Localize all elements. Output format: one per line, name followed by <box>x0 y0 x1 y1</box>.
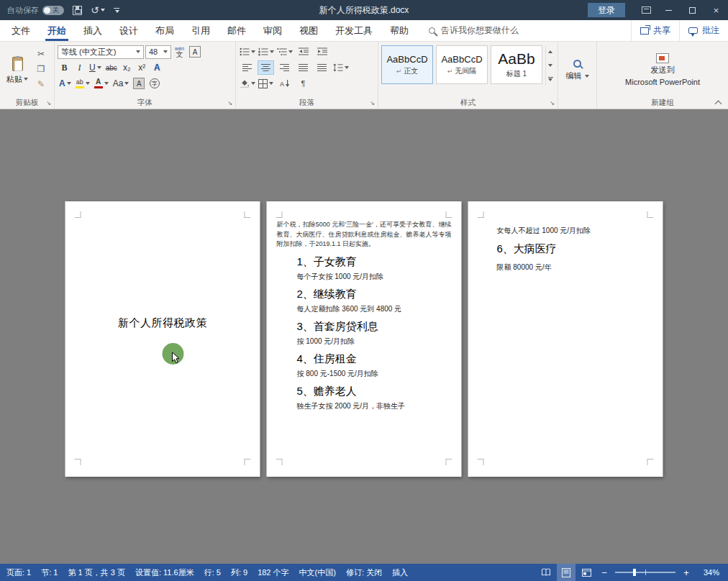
highlight-color-button[interactable]: ab <box>74 76 91 91</box>
styles-gallery-more-button[interactable] <box>546 72 555 86</box>
bold-button[interactable]: B <box>58 60 71 75</box>
clear-formatting-button[interactable]: A <box>150 60 164 75</box>
status-vertical-position[interactable]: 设置值: 11.6厘米 <box>130 567 199 578</box>
style-normal[interactable]: AaBbCcD ↵正文 <box>381 45 433 84</box>
page-1[interactable]: 新个人所得税政策 <box>65 201 260 477</box>
copy-button[interactable]: ❐ <box>33 62 49 76</box>
increase-indent-button[interactable] <box>314 45 330 59</box>
shading-button[interactable] <box>239 76 255 91</box>
crop-mark <box>276 211 283 218</box>
customize-qat-button[interactable] <box>114 8 119 13</box>
decrease-indent-button[interactable] <box>295 45 311 59</box>
subscript-button[interactable]: x₂ <box>120 60 134 75</box>
font-size-combo[interactable]: 48 <box>145 45 171 59</box>
save-icon[interactable] <box>73 6 82 15</box>
font-dialog-launcher[interactable]: ↘ <box>226 99 234 107</box>
status-section[interactable]: 节: 1 <box>36 567 63 578</box>
styles-scroll-up-button[interactable] <box>546 45 555 59</box>
underline-button[interactable]: U <box>88 60 103 75</box>
distribute-button[interactable] <box>314 60 330 75</box>
status-page-of-pages[interactable]: 第 1 页，共 3 页 <box>63 567 129 578</box>
line-spacing-button[interactable] <box>332 60 349 75</box>
editing-button[interactable]: 编辑 <box>558 42 596 96</box>
font-color-button[interactable]: A <box>93 76 110 91</box>
show-formatting-marks-button[interactable]: ¶ <box>295 76 311 91</box>
tab-mailings[interactable]: 邮件 <box>219 20 255 41</box>
italic-button[interactable]: I <box>73 60 86 75</box>
style-heading-1[interactable]: AaBb 标题 1 <box>491 45 542 84</box>
styles-scroll-down-button[interactable] <box>546 59 555 73</box>
paragraph-dialog-launcher[interactable]: ↘ <box>368 99 376 107</box>
new-group: 发送到 Microsoft PowerPoint 新建组 <box>597 42 728 109</box>
page-3[interactable]: 女每人不超过 1000 元/月扣除 6、大病医疗 限额 80000 元/年 <box>468 201 663 477</box>
zoom-out-button[interactable]: − <box>597 567 611 578</box>
tab-review[interactable]: 审阅 <box>255 20 291 41</box>
tab-layout[interactable]: 布局 <box>147 20 183 41</box>
phonetic-guide-button[interactable]: wén文 <box>173 45 186 59</box>
character-border-button[interactable]: A <box>188 45 202 59</box>
zoom-slider[interactable] <box>615 572 675 573</box>
undo-button[interactable]: ↺ <box>91 4 105 16</box>
justify-button[interactable] <box>295 60 311 75</box>
comments-button[interactable]: 批注 <box>679 20 728 41</box>
zoom-level[interactable]: 34% <box>695 568 724 577</box>
multilevel-list-button[interactable] <box>276 45 293 59</box>
styles-dialog-launcher[interactable]: ↘ <box>548 99 556 107</box>
paste-button[interactable]: 粘贴 <box>3 45 32 96</box>
minimize-button[interactable] <box>657 0 681 20</box>
maximize-button[interactable] <box>681 0 704 20</box>
character-shading-icon: A <box>133 78 145 89</box>
zoom-in-button[interactable]: + <box>679 567 693 578</box>
close-button[interactable]: × <box>704 0 728 20</box>
change-case-button[interactable]: Aa <box>112 76 131 91</box>
tab-view[interactable]: 视图 <box>291 20 327 41</box>
numbering-button[interactable] <box>258 45 274 59</box>
zoom-slider-thumb[interactable] <box>633 569 636 576</box>
status-column[interactable]: 列: 9 <box>226 567 252 578</box>
strikethrough-button[interactable]: abc <box>104 60 119 75</box>
share-button[interactable]: 共享 <box>631 20 679 41</box>
align-right-button[interactable] <box>276 60 293 75</box>
align-left-button[interactable] <box>239 60 255 75</box>
send-to-powerpoint-button[interactable]: 发送到 Microsoft PowerPoint <box>618 52 707 89</box>
tab-home[interactable]: 开始 <box>39 20 75 41</box>
clipboard-dialog-launcher[interactable]: ↘ <box>45 99 53 107</box>
superscript-button[interactable]: x² <box>135 60 149 75</box>
tab-file[interactable]: 文件 <box>3 20 39 41</box>
character-shading-button[interactable]: A <box>132 76 146 91</box>
align-center-button[interactable] <box>258 60 274 75</box>
enclose-characters-button[interactable]: 字 <box>147 76 161 91</box>
style-no-spacing[interactable]: AaBbCcD ↵无间隔 <box>436 45 488 84</box>
tab-references[interactable]: 引用 <box>183 20 219 41</box>
autosave-switch-icon[interactable]: 关 <box>42 6 64 15</box>
font-size-caret-icon <box>163 50 168 53</box>
tab-insert[interactable]: 插入 <box>75 20 111 41</box>
doc-item-heading: 3、首套房贷利息 <box>297 320 455 334</box>
status-word-count[interactable]: 182 个字 <box>252 567 294 578</box>
print-layout-button[interactable] <box>557 564 575 581</box>
tell-me-search[interactable]: 告诉我你想要做什么 <box>429 20 519 41</box>
ribbon-display-options-button[interactable] <box>635 0 657 20</box>
sign-in-button[interactable]: 登录 <box>588 3 625 17</box>
status-line[interactable]: 行: 5 <box>199 567 226 578</box>
autosave-toggle[interactable]: 自动保存 关 <box>7 5 64 16</box>
tab-developer[interactable]: 开发工具 <box>327 20 381 41</box>
status-language[interactable]: 中文(中国) <box>294 567 341 578</box>
page-2[interactable]: 新个税，扣除5000 元和'三险一金'，还可享受子女教育、继续教育、大病医疗、住… <box>267 201 462 477</box>
format-painter-button[interactable]: ✎ <box>33 77 49 91</box>
web-layout-button[interactable] <box>577 564 596 581</box>
font-name-combo[interactable]: 等线 (中文正文) <box>58 45 144 59</box>
collapse-ribbon-button[interactable] <box>715 99 722 106</box>
status-insert-mode[interactable]: 插入 <box>387 567 413 578</box>
tab-design[interactable]: 设计 <box>111 20 147 41</box>
status-track-changes[interactable]: 修订: 关闭 <box>341 567 387 578</box>
bullets-button[interactable] <box>239 45 255 59</box>
cut-button[interactable]: ✂ <box>33 47 49 60</box>
status-page-number[interactable]: 页面: 1 <box>1 567 36 578</box>
text-effects-button[interactable]: A <box>58 76 73 91</box>
tab-help[interactable]: 帮助 <box>381 20 417 41</box>
read-mode-button[interactable] <box>537 564 555 581</box>
borders-button[interactable] <box>258 76 274 91</box>
undo-caret-icon[interactable] <box>101 9 105 12</box>
sort-button[interactable]: A <box>276 76 293 91</box>
